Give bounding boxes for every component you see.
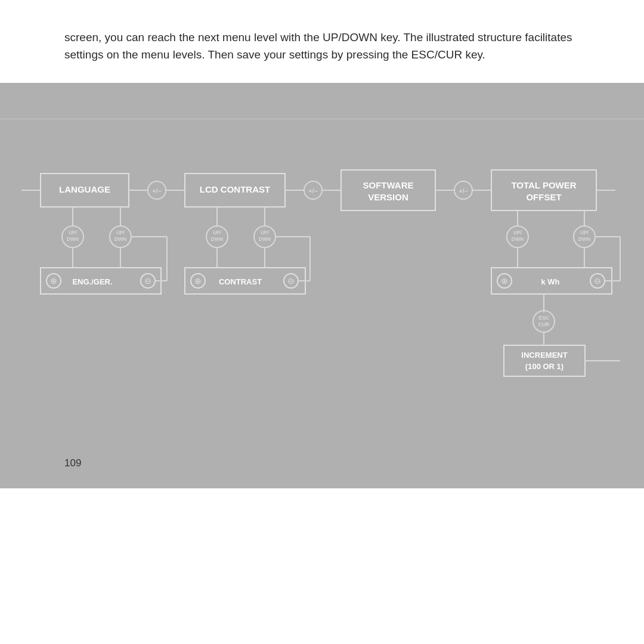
software-version-label: SOFTWARE [363, 180, 414, 190]
divider-line [0, 119, 644, 119]
contrast-plus-label: ⊕ [194, 276, 202, 286]
increment-box [504, 345, 585, 376]
total-power-offset-label: TOTAL POWER [511, 180, 576, 190]
connector-3-label: +/– [459, 187, 468, 194]
eng-ger-minus-label: ⊖ [144, 276, 151, 286]
cur-label: CUR [538, 321, 549, 327]
updwn-1b-label: DWN [67, 236, 79, 242]
updwn-1-label: UP/ [69, 230, 78, 236]
esc-label: ESC [538, 315, 549, 321]
eng-ger-label: ENG./GER. [72, 277, 112, 286]
software-version-label2: VERSION [368, 192, 408, 202]
increment-label: INCREMENT [521, 351, 567, 360]
kwh-plus-label: ⊕ [501, 276, 508, 286]
updwn-4-label: UP/ [261, 230, 270, 236]
software-version-box [341, 170, 435, 210]
kwh-label: k Wh [541, 277, 559, 286]
connector-2-label: +/– [308, 187, 318, 194]
increment-label2: (100 OR 1) [525, 362, 564, 371]
page-number: 109 [64, 457, 81, 469]
intro-text: screen, you can reach the next menu leve… [64, 29, 580, 64]
eng-ger-plus-label: ⊕ [50, 276, 57, 286]
updwn-3-label: UP/ [213, 230, 222, 236]
top-section: screen, you can reach the next menu leve… [0, 0, 644, 83]
contrast-minus-label: ⊖ [287, 276, 295, 286]
updwn-3b-label: DWN [211, 236, 223, 242]
kwh-minus-label: ⊖ [594, 276, 601, 286]
updwn-6-label: UP/ [580, 230, 589, 236]
menu-diagram: LANGUAGE +/– LCD CONTRAST +/– SOFTWARE V… [0, 131, 644, 476]
updwn-5-label: UP/ [513, 230, 522, 236]
language-label: LANGUAGE [59, 184, 110, 194]
connector-1-label: +/– [152, 187, 162, 194]
updwn-2-label: UP/ [116, 230, 125, 236]
updwn-2b-label: DWN [114, 236, 126, 242]
updwn-4b-label: DWN [259, 236, 271, 242]
updwn-5b-label: DWN [512, 236, 524, 242]
total-power-offset-box [491, 170, 596, 210]
total-power-offset-label2: OFFSET [526, 192, 561, 202]
diagram-section: LANGUAGE +/– LCD CONTRAST +/– SOFTWARE V… [0, 83, 644, 488]
lcd-contrast-label: LCD CONTRAST [200, 184, 270, 194]
updwn-6b-label: DWN [578, 236, 590, 242]
contrast-label: CONTRAST [219, 277, 262, 286]
